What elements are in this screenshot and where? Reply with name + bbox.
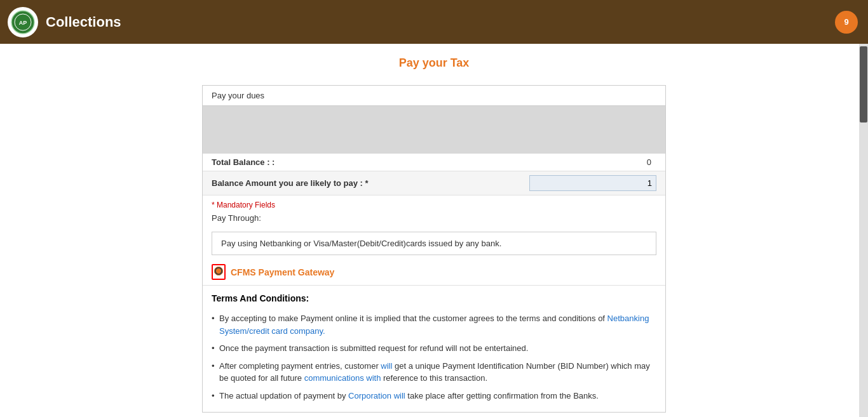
cfms-radio[interactable] — [214, 267, 223, 275]
total-balance-value: 0 — [647, 157, 656, 167]
list-item: After completing payment entries, custom… — [212, 357, 656, 387]
list-item: Once the payment transaction is submitte… — [212, 340, 656, 357]
svg-text:AP: AP — [19, 20, 27, 26]
mandatory-fields-note: * Mandatory Fields — [203, 195, 665, 212]
balance-amount-label: Balance Amount you are likely to pay : * — [212, 178, 369, 188]
cfms-label: CFMS Payment Gateway — [231, 267, 334, 277]
terms-list: By accepting to make Payment online it i… — [212, 310, 656, 404]
scrollbar-thumb[interactable] — [860, 46, 867, 122]
payment-card: Pay your dues Total Balance : : 0 Balanc… — [202, 85, 666, 413]
main-content: Pay your Tax Pay your dues Total Balance… — [0, 44, 868, 417]
gray-area — [203, 106, 665, 154]
header: AP Collections 9 — [0, 0, 868, 44]
balance-amount-input[interactable] — [529, 175, 656, 191]
cfms-row: CFMS Payment Gateway — [203, 259, 665, 286]
total-balance-label: Total Balance : : — [212, 157, 275, 167]
page-title: Pay your Tax — [0, 56, 868, 70]
pay-section: Pay using Netbanking or Visa/Master(Debi… — [212, 232, 656, 255]
total-balance-row: Total Balance : : 0 — [203, 154, 665, 171]
cfms-radio-wrapper[interactable] — [212, 264, 226, 280]
scrollbar-track[interactable] — [859, 44, 868, 417]
terms-section: Terms And Conditions: By accepting to ma… — [203, 286, 665, 412]
terms-title: Terms And Conditions: — [212, 293, 656, 303]
pay-through-label: Pay Through: — [203, 212, 665, 228]
pay-section-text: Pay using Netbanking or Visa/Master(Debi… — [221, 239, 501, 248]
app-logo: AP — [8, 7, 38, 37]
card-inner-header: Pay your dues — [203, 86, 665, 106]
list-item: By accepting to make Payment online it i… — [212, 310, 656, 340]
user-badge[interactable]: 9 — [835, 11, 858, 34]
app-title: Collections — [46, 14, 121, 30]
balance-amount-row: Balance Amount you are likely to pay : * — [203, 171, 665, 195]
list-item: The actual updation of payment by Corpor… — [212, 387, 656, 405]
